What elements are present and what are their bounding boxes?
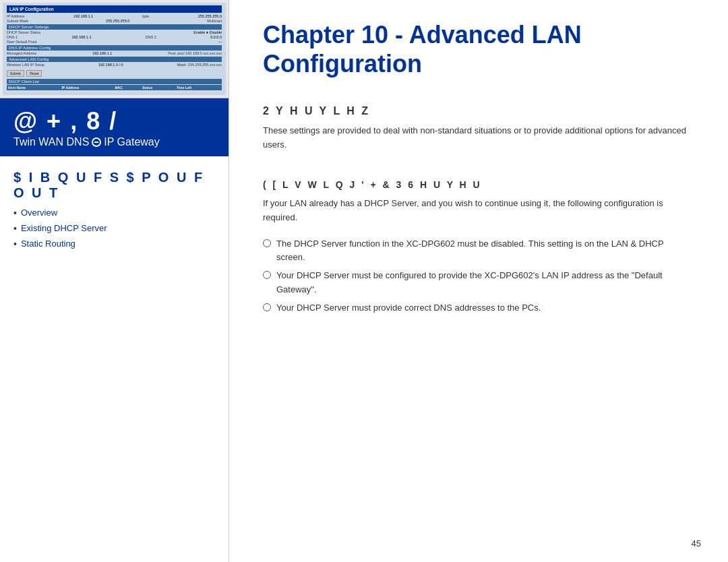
overview-heading: 2 Y H U Y L H Z [263, 105, 694, 117]
rs-dhcp-enable-val: Enable ● Disable [193, 30, 222, 34]
rs-multicast-label: Multicast [207, 19, 222, 23]
dhcp-bullet-list: The DHCP Server function in the XC-DPG60… [263, 237, 694, 319]
rs-dns-pool-label: Pool: pool 192.168.0.xxx.xxx.xxx [168, 51, 222, 55]
rs-subnet-label: type [142, 14, 149, 18]
rs-col-mac: MAC [113, 85, 141, 90]
contents-title: $ I B Q U F S $ P O U F O U T [13, 170, 215, 201]
rs-dns-manage-val: 192.168.1.1 [92, 51, 112, 55]
list-item[interactable]: Existing DHCP Server [13, 223, 215, 235]
rs-mask-value: 255.255.255.0 [106, 19, 129, 23]
rs-dns1-val: 192.168.1.1 [71, 35, 91, 39]
rs-col-timeleft: Time Left [175, 85, 222, 90]
brand-subtitle-post: IP Gateway [104, 136, 159, 148]
brand-subtitle: Twin WAN DNS IP Gateway [13, 136, 215, 148]
rs-dns2-label: DNS 2 [146, 35, 156, 39]
bullet-item-1: The DHCP Server function in the XC-DPG60… [263, 237, 694, 266]
rs-submit-button[interactable]: Submit [7, 70, 24, 77]
chapter-contents: $ I B Q U F S $ P O U F O U T Overview E… [0, 156, 229, 260]
rs-cell [141, 90, 175, 92]
brand-subtitle-pre: Twin WAN DNS [13, 136, 89, 148]
bullet-text-3: Your DHCP Server must provide correct DN… [276, 301, 541, 315]
contents-link-overview[interactable]: Overview [21, 208, 57, 218]
bullet-text-2: Your DHCP Server must be configured to p… [276, 269, 694, 297]
rs-client-list-title: DHCP Client List [7, 79, 222, 84]
chapter-heading: Chapter 10 - Advanced LAN Configuration [263, 20, 694, 78]
rs-dns2-val: 0.0.0.0 [210, 35, 222, 39]
rs-lease-label: Start Default Point [7, 40, 37, 44]
rs-dhcp-section: DHCP Server Settings [7, 24, 222, 30]
bullet-text-1: The DHCP Server function in the XC-DPG60… [276, 237, 694, 266]
rs-mask-adv-label: Mask: 255.255.255.xxx.xxx [177, 63, 222, 67]
rs-lease-val: --- [218, 40, 222, 44]
left-panel: LAN IP Configuration IP Address 192.168.… [0, 0, 229, 562]
rs-title: LAN IP Configuration [7, 5, 222, 13]
rs-dhcp-enable: DHCP Server Status [7, 30, 40, 34]
router-screen: LAN IP Configuration IP Address 192.168.… [3, 3, 226, 95]
overview-body: These settings are provided to deal with… [263, 124, 694, 152]
rs-dns-manage: Managed Address [7, 51, 36, 55]
rs-reset-button[interactable]: Reset [26, 70, 42, 77]
brand-model: @ + , 8 / [13, 109, 215, 133]
list-item[interactable]: Overview [13, 208, 215, 219]
rs-mask-label: Subnet Mask [7, 19, 28, 23]
brand-area: @ + , 8 / Twin WAN DNS IP Gateway [0, 98, 229, 156]
table-row [7, 90, 222, 92]
rs-cell [175, 90, 222, 92]
right-panel: Chapter 10 - Advanced LAN Configuration … [229, 0, 728, 562]
rs-dns-section: DNS IP Address Config [7, 45, 222, 51]
rs-client-table: Host Name IP Address MAC Status Time Lef… [7, 85, 222, 92]
rs-cell [61, 90, 114, 92]
bullet-item-2: Your DHCP Server must be configured to p… [263, 269, 694, 297]
rs-cell [113, 90, 141, 92]
contents-link-dhcp[interactable]: Existing DHCP Server [21, 223, 107, 233]
rs-ip-value: 192.168.1.1 [73, 14, 93, 18]
existing-dhcp-body: If your LAN already has a DHCP Server, a… [263, 197, 694, 225]
minus-circle-icon [92, 137, 101, 147]
rs-col-ip: IP Address [61, 85, 114, 90]
rs-ip-label: IP Address [7, 14, 25, 18]
existing-dhcp-heading: ( [ L V W L Q J ' + & 3 6 H U Y H U [263, 179, 694, 190]
rs-subnet-value: 255.255.255.0 [198, 14, 222, 18]
contents-link-static[interactable]: Static Routing [21, 239, 75, 249]
contents-list: Overview Existing DHCP Server Static Rou… [13, 208, 215, 249]
list-item[interactable]: Static Routing [13, 239, 215, 250]
rs-adv-val: 192.168.1.0 / 0 [98, 63, 123, 67]
rs-col-status: Status [141, 85, 175, 90]
rs-advanced-section: Advanced LAN Config [7, 57, 222, 62]
rs-col-hostname: Host Name [7, 85, 61, 90]
bullet-item-3: Your DHCP Server must provide correct DN… [263, 301, 694, 315]
rs-adv-label: Wireless LAN IP Setup [7, 63, 44, 67]
page-number: 45 [692, 538, 701, 549]
bullet-circle-icon [263, 271, 271, 279]
rs-dns1-label: DNS 1 [7, 35, 18, 39]
bullet-circle-icon [263, 303, 271, 311]
router-screenshot: LAN IP Configuration IP Address 192.168.… [0, 0, 229, 98]
bullet-circle-icon [263, 239, 271, 247]
rs-cell [7, 90, 61, 92]
